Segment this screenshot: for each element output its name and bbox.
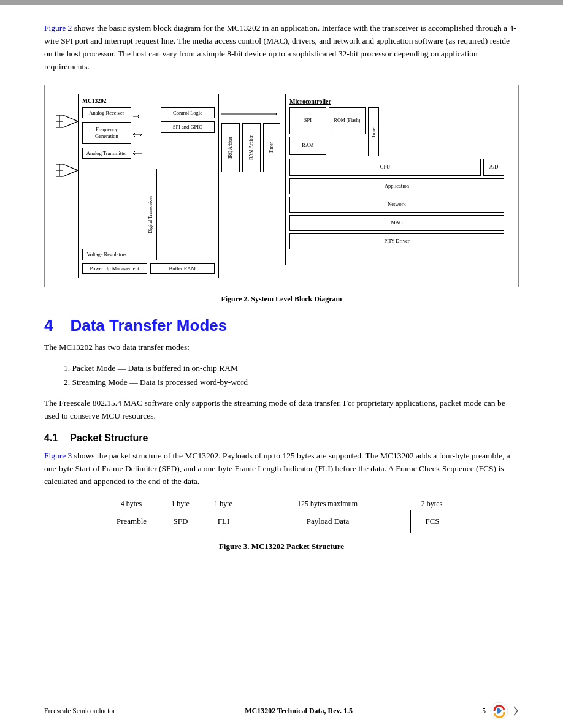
- digital-transceiver-label: Digital Transceiver: [144, 169, 157, 260]
- packet-data-row: Preamble SFD FLI Payload Data FCS: [104, 510, 459, 533]
- sfd-cell: SFD: [159, 510, 202, 533]
- application-box: Application: [289, 178, 504, 194]
- left-antenna-arrows: [55, 94, 78, 180]
- section4-number: 4: [44, 316, 53, 335]
- section4-item1: 1. Packet Mode — Data is buffered in on-…: [64, 362, 519, 376]
- uc-spi-box: SPI: [289, 107, 326, 134]
- antenna-arrow-bottom: [56, 161, 78, 180]
- section4-body: The MC13202 has two data transfer modes:: [44, 341, 519, 354]
- figure2-link: Figure 2: [44, 23, 72, 32]
- footer-center: MC13202 Technical Data, Rev. 1.5: [115, 707, 482, 716]
- voltage-regulators-box: Voltage Regulators: [82, 249, 131, 260]
- uc-rom-box: ROM (Flash): [329, 107, 366, 134]
- horizontal-arrow-spi: [221, 111, 283, 117]
- section4-note: The Freescale 802.15.4 MAC software only…: [44, 397, 519, 423]
- mac-box: MAC: [289, 215, 504, 231]
- uc-timer-box: Timer: [368, 107, 379, 156]
- section41-title: Packet Structure: [70, 433, 148, 443]
- fli-cell: FLI: [202, 510, 245, 533]
- section41-number: 4.1: [44, 433, 58, 443]
- spi-gpio-box: SPI and GPIO: [161, 121, 215, 133]
- buffer-ram-box: Buffer RAM: [150, 263, 215, 275]
- arrow-left-3: [133, 150, 142, 156]
- preamble-cell: Preamble: [104, 510, 159, 533]
- uc-top-row: SPI RAM ROM (Flash) Timer: [289, 107, 504, 156]
- payload-cell: Payload Data: [245, 510, 411, 533]
- header-1byte-sfd: 1 byte: [159, 499, 202, 509]
- arrow-left-right-2: [133, 132, 142, 138]
- middle-connector-section: IRQ Arbiter RAM Arbiter Timer: [219, 94, 285, 172]
- section4-heading: 4Data Transfer Modes: [44, 316, 519, 335]
- microcontroller-box: Microcontroller SPI RAM ROM (Flash): [285, 94, 508, 265]
- analog-receiver-box: Analog Receiver: [82, 107, 131, 119]
- antenna-arrow-top: [56, 112, 78, 131]
- figure3-link: Figure 3: [44, 451, 72, 460]
- uc-content: SPI RAM ROM (Flash) Timer CPU A/D: [289, 107, 504, 249]
- mc13202-label: MC13202: [82, 98, 215, 104]
- ad-box: A/D: [483, 159, 504, 176]
- top-bar: [0, 0, 563, 5]
- phy-driver-box: PHY Driver: [289, 233, 504, 249]
- footer-left: Freescale Semiconductor: [44, 707, 115, 715]
- figure3-caption: Figure 3. MC13202 Packet Structure: [44, 542, 519, 552]
- control-logic-box: Control Logic: [161, 107, 215, 119]
- header-2bytes: 2 bytes: [410, 499, 453, 509]
- section41-heading: 4.1Packet Structure: [44, 433, 519, 444]
- footer-bottom: Freescale Semiconductor MC13202 Technica…: [44, 701, 519, 721]
- packet-table-wrap: 4 bytes 1 byte 1 byte 125 bytes maximum …: [104, 499, 459, 533]
- fcs-cell: FCS: [411, 510, 454, 533]
- mc13202-box: MC13202 Analog Receiver Frequency Genera…: [78, 94, 219, 279]
- intro-text: shows the basic system block diagram for…: [44, 23, 516, 71]
- packet-header-row: 4 bytes 1 byte 1 byte 125 bytes maximum …: [104, 499, 459, 509]
- analog-transmitter-box: Analog Transmitter: [82, 148, 131, 159]
- section4-title: Data Transfer Modes: [70, 316, 227, 335]
- page-content: Figure 2 shows the basic system block di…: [0, 5, 563, 602]
- arrow-right-1: [133, 113, 142, 119]
- full-diagram: MC13202 Analog Receiver Frequency Genera…: [55, 94, 508, 279]
- freescale-logo: [489, 701, 509, 721]
- frequency-generation-box: Frequency Generation: [82, 122, 131, 143]
- section41-body-text: shows the packet structure of the MC1320…: [44, 451, 510, 486]
- header-125bytes: 125 bytes maximum: [245, 499, 410, 509]
- header-4bytes: 4 bytes: [104, 499, 159, 509]
- figure2-caption: Figure 2. System Level Block Diagram: [44, 295, 519, 304]
- footer-page-number: 5: [482, 707, 486, 715]
- page-footer: Freescale Semiconductor MC13202 Technica…: [0, 697, 563, 721]
- irq-arbiter-box: IRQ Arbiter: [221, 123, 240, 172]
- uc-main-stack: SPI RAM ROM (Flash) Timer CPU A/D: [289, 107, 504, 249]
- block-diagram-container: MC13202 Analog Receiver Frequency Genera…: [44, 85, 519, 288]
- cpu-box: CPU: [289, 159, 481, 176]
- chevron-right-icon: [513, 705, 519, 716]
- power-up-box: Power Up Management: [82, 263, 147, 275]
- ram-arbiter-box: RAM Arbiter: [242, 123, 261, 172]
- intro-paragraph: Figure 2 shows the basic system block di…: [44, 22, 519, 74]
- section4-item2: 2. Streaming Mode — Data is processed wo…: [64, 376, 519, 390]
- microcontroller-label: Microcontroller: [289, 98, 504, 105]
- section41-body: Figure 3 shows the packet structure of t…: [44, 450, 519, 488]
- header-1byte-fli: 1 byte: [202, 499, 245, 509]
- uc-ram-box: RAM: [289, 137, 326, 155]
- mc-bottom-row: Power Up Management Buffer RAM: [82, 263, 215, 275]
- footer-rule: [44, 697, 519, 697]
- network-box: Network: [289, 197, 504, 213]
- timer-box: Timer: [263, 123, 280, 172]
